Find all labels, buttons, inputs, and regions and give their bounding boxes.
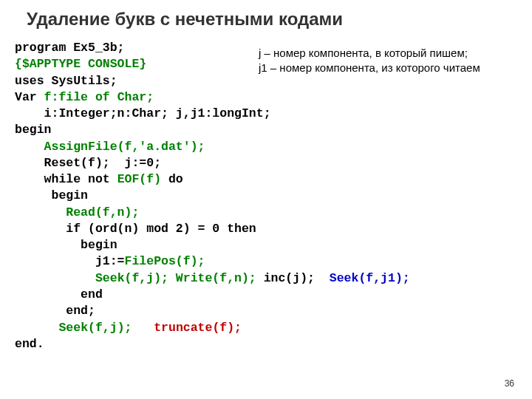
code-indent bbox=[15, 140, 44, 154]
code-call: FilePos(f); bbox=[125, 254, 205, 268]
code-line: while not bbox=[15, 172, 117, 186]
side-notes: j – номер компонента, в который пишем; j… bbox=[259, 46, 480, 76]
code-keyword: Var bbox=[15, 90, 44, 104]
slide-title: Удаление букв с нечетными кодами bbox=[0, 0, 532, 30]
code-line: Reset(f); j:=0; bbox=[15, 156, 161, 170]
code-call: Seek(f,j1); bbox=[330, 271, 410, 285]
note-line: j – номер компонента, в который пишем; bbox=[259, 46, 480, 61]
code-line: program Ex5_3b; bbox=[15, 41, 125, 55]
code-directive: {$APPTYPE CONSOLE} bbox=[15, 57, 146, 71]
code-call: Seek(f,j); Write(f,n); bbox=[95, 271, 256, 285]
code-call: EOF(f) bbox=[117, 172, 161, 186]
code-line: if (ord(n) mod 2) = 0 then bbox=[15, 222, 264, 236]
code-line bbox=[132, 321, 154, 335]
code-call: truncate(f); bbox=[154, 321, 242, 335]
code-line: end bbox=[15, 287, 103, 301]
code-indent bbox=[15, 321, 58, 335]
code-line: i:Integer;n:Char; j,j1:longInt; bbox=[15, 106, 271, 120]
code-decl: f:file of Char; bbox=[44, 90, 154, 104]
content-area: program Ex5_3b; {$APPTYPE CONSOLE} uses … bbox=[0, 30, 532, 352]
code-line: begin bbox=[15, 123, 52, 137]
page-number: 36 bbox=[505, 378, 514, 389]
code-line: inc(j); bbox=[256, 271, 330, 285]
code-indent bbox=[15, 205, 66, 219]
code-line: end. bbox=[15, 337, 44, 351]
note-line: j1 – номер компонента, из которого читае… bbox=[259, 61, 480, 75]
code-call: AssignFile(f,'a.dat'); bbox=[44, 140, 205, 154]
code-line: begin bbox=[15, 238, 117, 252]
code-indent bbox=[15, 271, 95, 285]
code-line: uses SysUtils; bbox=[15, 74, 117, 88]
code-call: Seek(f,j); bbox=[58, 321, 132, 335]
code-line: begin bbox=[15, 188, 88, 202]
code-line: do bbox=[161, 172, 183, 186]
code-line: j1:= bbox=[15, 254, 125, 268]
code-line: end; bbox=[15, 304, 95, 318]
code-block: program Ex5_3b; {$APPTYPE CONSOLE} uses … bbox=[15, 40, 410, 352]
code-call: Read(f,n); bbox=[66, 205, 139, 219]
